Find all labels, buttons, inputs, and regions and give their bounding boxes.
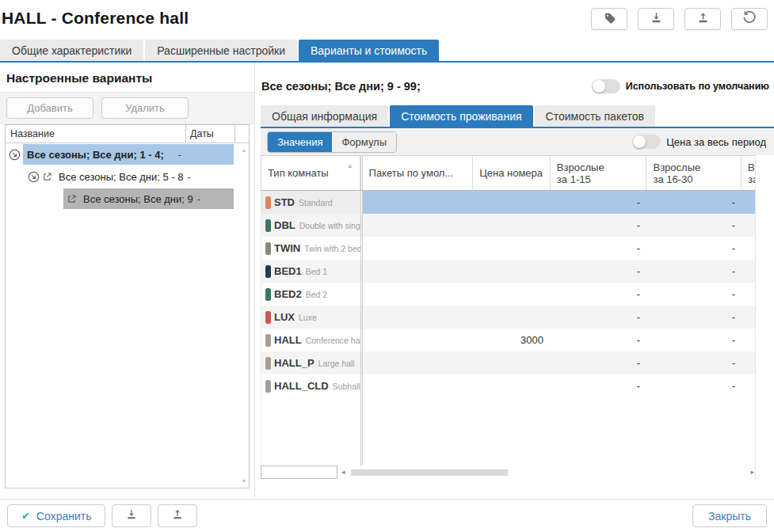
table-row-LUX[interactable]: LUXLuxe-- [261,306,756,329]
expand-icon[interactable] [28,171,40,183]
price-cell[interactable] [363,306,474,329]
price-cell[interactable] [474,352,551,374]
add-variant-button[interactable]: Добавить [6,97,93,119]
price-cell[interactable]: - [648,374,743,397]
main-tab-3[interactable]: Варианты и стоимость [299,40,439,61]
price-cell[interactable] [743,374,756,397]
detail-tab-2[interactable]: Стоимость проживания [390,105,532,127]
price-cell[interactable]: - [551,374,648,397]
external-link-icon[interactable] [67,194,77,204]
upload-button[interactable] [684,8,721,30]
price-cell[interactable]: - [648,283,743,306]
table-header-4[interactable]: Взрослыеза 1-15 [551,156,647,190]
price-cell[interactable]: - [551,306,648,329]
table-row-HALL_CLD[interactable]: HALL_CLDSubhalls-- [261,374,756,397]
price-cell[interactable]: - [648,329,743,352]
price-cell[interactable] [363,191,474,214]
upload-bottom-button[interactable] [158,504,197,527]
price-cell[interactable] [474,237,551,260]
save-button[interactable]: ✔ Сохранить [7,504,105,527]
tree-item-1[interactable]: Все сезоны; Все дни; 1 - 4;- [6,143,249,165]
table-header-2[interactable]: Пакеты по умол... [363,156,474,190]
price-cell[interactable]: - [551,214,648,237]
scroll-down-icon[interactable]: ▾ [242,477,246,484]
price-cell[interactable]: - [648,237,743,260]
detail-tab-1[interactable]: Общая информация [261,105,388,127]
table-header-6[interactable]: Взза [742,156,756,190]
price-cell[interactable] [743,283,756,306]
detail-tab-3[interactable]: Стоимость пакетов [535,105,655,127]
price-cell[interactable]: - [551,329,648,352]
table-row-STD[interactable]: STDStandard-- [261,191,756,214]
table-header-3[interactable]: Цена номера [473,156,551,190]
price-cell[interactable]: - [648,191,743,214]
price-cell[interactable] [474,283,551,306]
price-cell[interactable]: - [648,306,743,329]
expand-icon[interactable] [9,149,21,161]
price-cell[interactable] [363,260,474,283]
table-row-HALL[interactable]: HALLConference hall3000-- [261,329,756,352]
price-cell[interactable] [474,214,551,237]
scroll-up-icon[interactable]: ▴ [242,146,246,154]
price-cell[interactable] [363,237,474,260]
price-cell[interactable]: - [648,352,743,374]
table-row-HALL_P[interactable]: HALL_PLarge hall-- [261,352,756,374]
price-cell[interactable]: - [551,237,648,260]
horizontal-scrollbar[interactable]: ◂ ▸ [340,466,756,479]
mode-1-button[interactable]: Значения [268,132,332,152]
price-cell[interactable] [743,191,756,214]
price-cell[interactable] [363,374,474,397]
tree-item-3[interactable]: Все сезоны; Все дни; 9- [6,188,249,210]
main-tab-1[interactable]: Общие характеристики [0,40,143,61]
price-cell[interactable] [474,191,551,214]
detail-tabs: Общая информацияСтоимость проживанияСтои… [261,105,774,127]
price-cell[interactable]: 3000 [474,329,551,352]
price-cell[interactable] [363,329,474,352]
variants-tree: Все сезоны; Все дни; 1 - 4;-Все сезоны; … [6,143,249,488]
price-cell[interactable]: - [551,191,648,214]
price-cell[interactable] [743,260,756,283]
close-button[interactable]: Закрыть [692,504,767,527]
main-tab-2[interactable]: Расширенные настройки [145,40,297,61]
scroll-right-icon[interactable]: ▸ [750,468,754,476]
download-bottom-button[interactable] [112,504,151,527]
table-row-DBL[interactable]: DBLDouble with sing-- [261,214,756,237]
table-row-BED1[interactable]: BED1Bed 1-- [261,260,756,283]
price-cell[interactable] [743,214,756,237]
room-code: HALL_P [274,357,315,369]
price-cell[interactable]: - [551,283,648,306]
price-cell[interactable] [743,237,756,260]
delete-variant-button[interactable]: Удалить [101,97,189,119]
table-row-TWIN[interactable]: TWINTwin with 2 bed-- [261,237,756,260]
price-cell[interactable] [743,329,756,352]
scrollbar-thumb[interactable] [351,469,508,476]
table-header-5[interactable]: Взрослыеза 16-30 [646,156,742,190]
table-header-1[interactable]: Тип комнаты▲ [261,156,360,190]
price-cell[interactable] [474,260,551,283]
price-cell[interactable] [363,214,474,237]
use-by-default-label: Использовать по умолчанию [626,81,769,92]
column-header-dates[interactable]: Даты [185,125,234,142]
check-icon: ✔ [21,510,30,522]
table-row-BED2[interactable]: BED2Bed 2-- [261,283,756,306]
tag-button[interactable] [591,8,627,30]
tree-item-2[interactable]: Все сезоны; Все дни; 5 - 8- [6,165,249,188]
price-cell[interactable] [474,374,551,397]
price-cell[interactable]: - [551,352,648,374]
use-by-default-toggle[interactable] [592,79,620,93]
price-cell[interactable] [363,352,474,374]
price-cell[interactable]: - [648,260,743,283]
scroll-left-icon[interactable]: ◂ [341,468,345,476]
price-cell[interactable] [743,306,756,329]
download-button[interactable] [638,8,674,30]
mode-2-button[interactable]: Формулы [332,132,396,152]
external-link-icon[interactable] [42,172,52,182]
price-cell[interactable]: - [551,260,648,283]
history-button[interactable] [731,8,768,30]
price-cell[interactable]: - [648,214,743,237]
price-cell[interactable] [363,283,474,306]
price-cell[interactable] [743,352,756,374]
price-cell[interactable] [474,306,551,329]
column-header-name[interactable]: Название [6,128,185,139]
price-whole-period-toggle[interactable] [632,135,661,149]
